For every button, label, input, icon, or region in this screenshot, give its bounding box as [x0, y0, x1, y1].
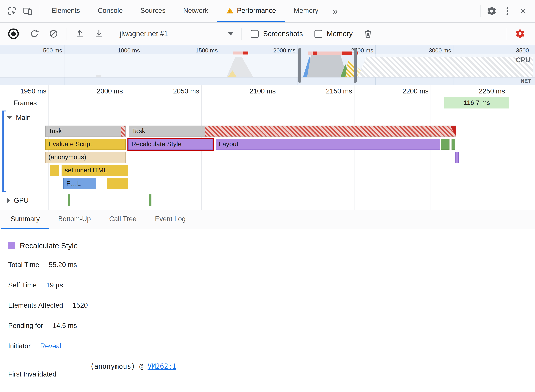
flame-bar-label: Layout	[219, 140, 238, 148]
summary-title-row: Recalculate Style	[8, 241, 527, 250]
summary-row: Elements Affected1520	[8, 302, 527, 309]
tab-label: Console	[98, 7, 123, 14]
flame-bar-label: Recalculate Style	[131, 140, 182, 148]
flame-bar-script[interactable]	[107, 178, 128, 189]
summary-row: InitiatorReveal	[8, 342, 527, 350]
summary-row: Total Time55.20 ms	[8, 261, 527, 269]
selection-handle-left[interactable]	[298, 48, 301, 83]
long-task-hatch	[205, 126, 456, 136]
flame-bar-style[interactable]	[455, 152, 459, 163]
memory-checkbox[interactable]: Memory	[314, 30, 353, 38]
main-track-header[interactable]: Main	[7, 113, 31, 122]
clear-icon[interactable]	[44, 26, 63, 42]
tab-performance[interactable]: Performance	[217, 0, 285, 22]
reveal-link[interactable]: Reveal	[40, 342, 61, 350]
divider	[112, 28, 112, 40]
tab-label: Elements	[52, 7, 80, 14]
tab-summary[interactable]: Summary	[1, 210, 49, 229]
ruler-label: 1950 ms	[0, 87, 46, 95]
flame-bar-paint[interactable]	[451, 139, 455, 150]
flame-bar-script[interactable]	[50, 165, 59, 176]
gpu-track-header[interactable]: GPU	[7, 196, 29, 205]
stack-frame-text: (anonymous) @	[90, 362, 148, 370]
settings-icon[interactable]	[484, 3, 499, 19]
divider	[39, 5, 39, 17]
flame-bar-paint[interactable]	[441, 139, 450, 150]
divider	[480, 5, 480, 17]
flame-bar-task[interactable]: Task	[45, 126, 126, 137]
gpu-activity-bar[interactable]	[68, 194, 70, 206]
overview-dim-right	[357, 54, 535, 77]
tab-call-tree[interactable]: Call Tree	[100, 210, 146, 229]
long-task-hatch	[121, 126, 126, 136]
cpu-activity-shape	[307, 54, 347, 77]
more-tabs-icon[interactable]: »	[327, 6, 343, 17]
tab-label: Sources	[141, 7, 165, 14]
delete-recording-icon[interactable]	[358, 26, 378, 42]
summary-row-value: 1520	[73, 302, 88, 309]
screenshots-checkbox[interactable]: Screenshots	[251, 30, 303, 38]
flame-bar-recalculate-style[interactable]: Recalculate Style	[128, 139, 213, 150]
flame-bar-p-l[interactable]: P…L	[63, 178, 96, 189]
flame-bar-evaluate-script[interactable]: Evaluate Script	[45, 139, 126, 150]
track-selection-bracket	[2, 111, 6, 192]
frames-row-label: Frames	[14, 99, 37, 107]
overview-time-label: 2000 ms	[244, 47, 296, 54]
kebab-menu-icon[interactable]	[499, 3, 515, 19]
expand-triangle-icon[interactable]	[7, 198, 10, 203]
long-task-marker	[342, 51, 352, 55]
tab-label: Network	[183, 7, 208, 14]
summary-row: First Invalidated(anonymous) @ VM262:1	[8, 362, 527, 378]
track-label: Main	[16, 114, 31, 121]
net-divider	[0, 77, 535, 78]
overview-time-label: 1500 ms	[166, 47, 218, 54]
flame-bar-label: Task	[48, 127, 62, 135]
flame-bar-set-innerhtml[interactable]: set innerHTML	[61, 165, 128, 176]
summary-row-value: 55.20 ms	[49, 261, 77, 269]
tab-console[interactable]: Console	[89, 0, 131, 22]
devtools-window: ElementsConsoleSourcesNetworkPerformance…	[0, 0, 535, 392]
profile-select[interactable]: jlwagner.net #1	[117, 30, 236, 38]
flame-bar-task[interactable]: Task	[129, 126, 456, 137]
checkbox-box	[314, 30, 322, 38]
flame-bar-layout[interactable]: Layout	[216, 139, 440, 150]
summary-rows: Total Time55.20 msSelf Time19 µsElements…	[8, 261, 527, 378]
collapse-triangle-icon[interactable]	[7, 116, 12, 119]
long-task-marker	[317, 51, 342, 55]
reload-and-record-button[interactable]	[25, 26, 44, 42]
frame-duration-badge[interactable]: 116.7 ms	[444, 97, 509, 108]
summary-row-value: 19 µs	[46, 281, 63, 289]
tab-network[interactable]: Network	[174, 0, 217, 22]
overview-time-label: 500 ms	[10, 47, 62, 54]
overview-time-label: 3500	[477, 47, 529, 54]
save-profile-icon[interactable]	[89, 26, 108, 42]
gpu-activity-bar[interactable]	[149, 194, 152, 206]
flame-bar-label: P…L	[66, 180, 81, 187]
tab-bottom-up[interactable]: Bottom-Up	[49, 210, 100, 229]
selection-handle-right[interactable]	[354, 48, 357, 83]
checkbox-label: Screenshots	[263, 30, 303, 38]
long-task-marker	[308, 51, 313, 55]
performance-toolbar: jlwagner.net #1 Screenshots Memory	[0, 23, 535, 45]
device-toolbar-icon[interactable]	[20, 3, 35, 19]
summary-row-value: 14.5 ms	[53, 322, 77, 330]
summary-row-label: Total Time	[8, 261, 39, 269]
summary-row: Pending for14.5 ms	[8, 322, 527, 330]
timeline-overview[interactable]: 500 ms1000 ms1500 ms2000 ms2500 ms3000 m…	[0, 45, 535, 85]
inspect-icon[interactable]	[4, 3, 20, 19]
load-profile-icon[interactable]	[70, 26, 89, 42]
tab-memory[interactable]: Memory	[285, 0, 327, 22]
capture-settings-icon[interactable]	[510, 26, 530, 42]
tab-event-log[interactable]: Event Log	[146, 210, 195, 229]
tab-sources[interactable]: Sources	[131, 0, 174, 22]
ruler-label: 2100 ms	[227, 87, 276, 95]
summary-row-label: Pending for	[8, 322, 43, 330]
source-location-link[interactable]: VM262:1	[148, 362, 176, 370]
summary-row-label: Self Time	[8, 281, 37, 289]
tab-elements[interactable]: Elements	[42, 0, 89, 22]
record-button[interactable]	[8, 28, 19, 39]
main-toolbar: ElementsConsoleSourcesNetworkPerformance…	[0, 0, 535, 23]
divider	[66, 28, 67, 40]
close-icon[interactable]: ×	[515, 3, 531, 19]
flame-bar-anonymous[interactable]: (anonymous)	[45, 152, 126, 163]
